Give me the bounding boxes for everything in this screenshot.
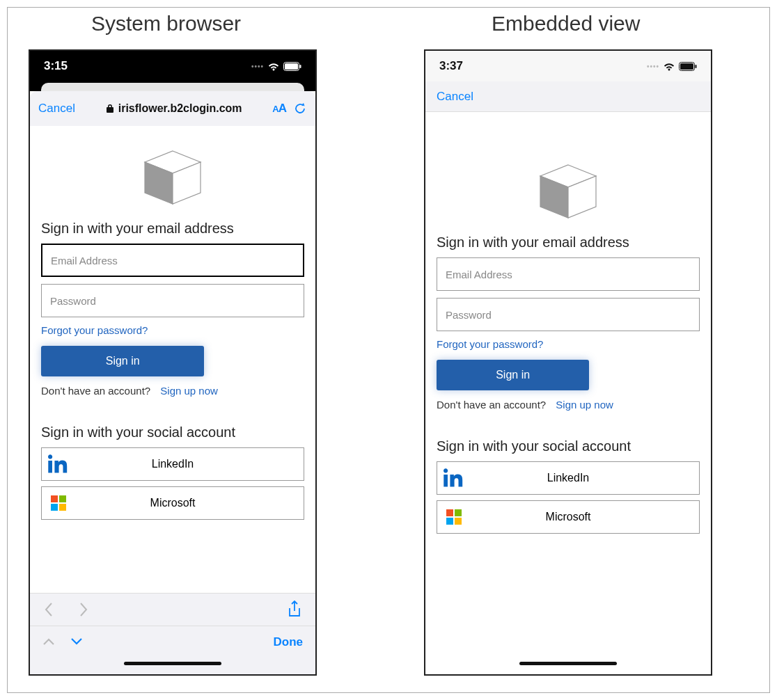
forgot-password-link[interactable]: Forgot your password? (41, 324, 148, 336)
battery-icon (679, 62, 697, 71)
signin-heading: Sign in with your email address (41, 221, 304, 237)
status-bar: 3:37 •••• (425, 51, 711, 81)
back-icon[interactable] (44, 602, 54, 617)
forgot-password-link[interactable]: Forgot your password? (437, 338, 543, 350)
title-embedded-view: Embedded view (492, 12, 640, 35)
svg-rect-17 (455, 509, 462, 516)
svg-rect-7 (59, 495, 66, 502)
home-indicator (425, 658, 711, 674)
linkedin-label: LinkedIn (75, 458, 304, 470)
wifi-icon (267, 62, 280, 71)
svg-rect-2 (300, 65, 301, 68)
svg-rect-8 (51, 504, 58, 511)
linkedin-label: LinkedIn (471, 472, 699, 484)
sheet-background-peek (30, 81, 315, 91)
url-domain: irisflower.b2clogin.com (118, 102, 242, 115)
no-account-text: Don't have an account? (41, 385, 150, 397)
password-field[interactable] (41, 284, 304, 317)
status-bar: 3:15 •••• (30, 51, 315, 81)
status-icons: •••• (647, 62, 697, 71)
toolbar-nav-row (30, 594, 315, 626)
email-field[interactable] (41, 244, 304, 277)
signin-heading: Sign in with your email address (437, 234, 700, 250)
svg-rect-19 (455, 518, 462, 525)
svg-rect-18 (446, 518, 453, 525)
status-icons: •••• (251, 62, 301, 71)
linkedin-icon (437, 468, 471, 488)
cancel-button[interactable]: Cancel (38, 102, 75, 116)
logo (41, 137, 304, 221)
microsoft-button[interactable]: Microsoft (437, 500, 700, 534)
linkedin-icon (42, 454, 75, 475)
cellular-icon: •••• (647, 63, 659, 70)
status-time: 3:37 (439, 59, 463, 73)
logo (437, 151, 700, 234)
url-display[interactable]: irisflower.b2clogin.com (82, 102, 265, 115)
chevron-up-icon[interactable] (42, 637, 55, 646)
no-account-text: Don't have an account? (437, 399, 546, 411)
cube-icon (537, 164, 599, 219)
signin-button[interactable]: Sign in (437, 360, 589, 390)
lock-icon (106, 104, 114, 113)
nav-bar: Cancel (425, 81, 711, 112)
toolbar-done-row: Done (30, 626, 315, 658)
battery-icon (283, 62, 301, 71)
microsoft-icon (437, 509, 471, 525)
social-heading: Sign in with your social account (41, 424, 304, 440)
linkedin-button[interactable]: LinkedIn (41, 447, 304, 481)
microsoft-icon (42, 495, 75, 511)
svg-rect-11 (680, 63, 693, 70)
forward-icon[interactable] (79, 602, 88, 617)
signin-content: Sign in with your email address Forgot y… (425, 112, 711, 550)
password-field[interactable] (437, 298, 700, 331)
chevron-down-icon[interactable] (70, 637, 83, 646)
title-system-browser: System browser (91, 12, 241, 35)
microsoft-label: Microsoft (471, 511, 699, 523)
microsoft-button[interactable]: Microsoft (41, 486, 304, 520)
phone-system-browser: 3:15 •••• Cancel irisflower.b2clogin.com… (29, 49, 317, 676)
wifi-icon (663, 62, 675, 71)
text-size-button[interactable]: AA (272, 102, 286, 116)
safari-toolbar: Done (30, 593, 315, 674)
microsoft-label: Microsoft (75, 497, 304, 509)
svg-rect-12 (696, 65, 697, 68)
cellular-icon: •••• (251, 63, 264, 70)
signin-content: Sign in with your email address Forgot y… (30, 126, 315, 536)
home-indicator (30, 658, 315, 674)
done-button[interactable]: Done (274, 635, 304, 649)
signup-prompt: Don't have an account? Sign up now (437, 399, 700, 411)
signup-link[interactable]: Sign up now (160, 385, 218, 397)
email-field[interactable] (437, 257, 700, 291)
svg-rect-1 (285, 63, 298, 70)
svg-rect-16 (446, 509, 453, 516)
linkedin-button[interactable]: LinkedIn (437, 461, 700, 495)
signup-link[interactable]: Sign up now (556, 399, 613, 411)
aa-small: A (272, 104, 278, 114)
svg-rect-9 (59, 504, 66, 511)
signin-button[interactable]: Sign in (41, 346, 204, 376)
cancel-button[interactable]: Cancel (437, 90, 473, 104)
share-icon[interactable] (288, 600, 301, 619)
signup-prompt: Don't have an account? Sign up now (41, 385, 304, 397)
social-heading: Sign in with your social account (437, 438, 700, 454)
cube-icon (141, 150, 204, 205)
browser-url-bar: Cancel irisflower.b2clogin.com AA (30, 91, 315, 126)
svg-rect-6 (51, 495, 58, 502)
comparison-frame: System browser Embedded view 3:15 •••• C… (7, 7, 770, 693)
phone-embedded-view: 3:37 •••• Cancel Sign in with your email… (424, 49, 712, 676)
refresh-icon[interactable] (293, 102, 307, 116)
status-time: 3:15 (44, 59, 68, 73)
aa-large: A (278, 102, 286, 115)
